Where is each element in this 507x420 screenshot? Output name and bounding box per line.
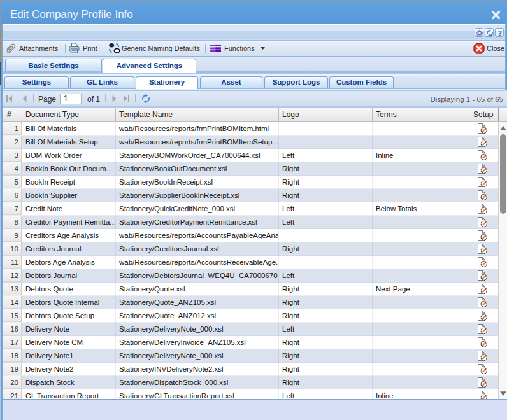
svg-text:?: ? <box>498 29 502 37</box>
